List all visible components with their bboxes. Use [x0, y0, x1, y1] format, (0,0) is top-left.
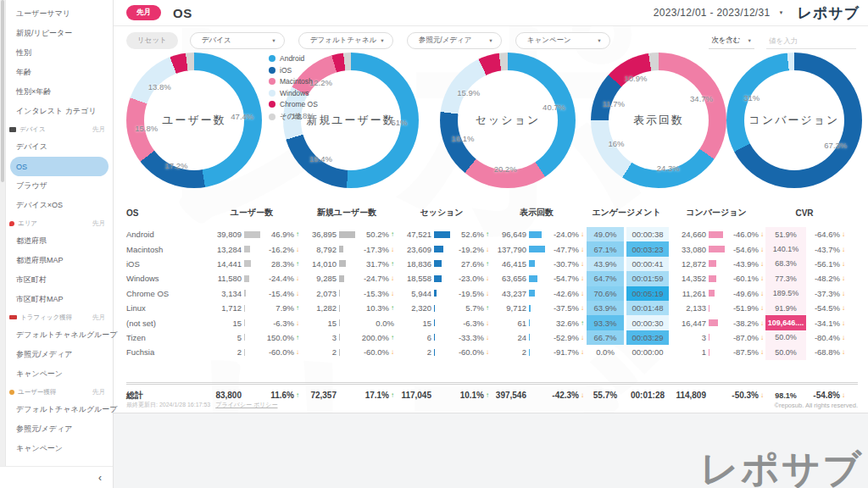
sidebar-item-市区町村[interactable]: 市区町村 — [6, 270, 113, 290]
metric-bar — [431, 286, 450, 301]
metric-change: -60.0%↓ — [260, 345, 299, 359]
sidebar-item-都道府県[interactable]: 都道府県 — [6, 231, 113, 251]
metric-value: 3 — [299, 330, 337, 345]
sidebar-item-インタレスト カテゴリ[interactable]: インタレスト カテゴリ — [6, 102, 113, 121]
bar — [529, 290, 535, 297]
column-header: セッション — [394, 207, 489, 219]
metric-bar — [337, 330, 355, 345]
sidebar-item-デフォルトチャネルグループ[interactable]: デフォルトチャネルグループ — [6, 400, 113, 419]
metric-value: 46,415 — [489, 257, 526, 271]
metric-bar — [242, 301, 260, 315]
top-header: 先月 OS 2023/12/01 - 2023/12/31 ▼ レポサブ — [113, 0, 868, 26]
donut-segment-label: 24.3% — [657, 163, 680, 172]
metric-bar — [431, 271, 450, 286]
donut-segment-label: 10.9% — [625, 73, 648, 82]
metric-value: 1,282 — [299, 301, 337, 315]
bar — [339, 231, 355, 238]
cvr-value-cell: 51.9% — [765, 227, 806, 241]
sidebar-item-デフォルトチャネルグループ[interactable]: デフォルトチャネルグループ — [6, 325, 113, 345]
bar — [434, 260, 442, 267]
conversion-bar — [706, 241, 725, 256]
cvr-value-cell: 50.0% — [765, 345, 806, 359]
arrow-down-icon: ↓ — [581, 334, 584, 341]
filter-dropdown[interactable]: 参照元/メディア▼ — [407, 32, 502, 49]
cvr-value-cell: 109,646.... — [765, 315, 806, 330]
sidebar-item-OS[interactable]: OS — [10, 157, 108, 176]
metric-bar — [242, 286, 260, 301]
total-label: 総計 — [126, 390, 204, 402]
sidebar-item-デバイス[interactable]: デバイス — [6, 137, 113, 157]
sidebar-collapse-button[interactable]: ‹ — [0, 466, 113, 488]
metric-change: -24.7%↓ — [355, 271, 394, 286]
metric-bar — [337, 315, 355, 330]
conversion-value: 14,352 — [669, 271, 706, 286]
sidebar-item-参照元/メディア[interactable]: 参照元/メディア — [6, 419, 113, 439]
sidebar-item-デバイス×OS[interactable]: デバイス×OS — [6, 196, 113, 215]
date-range-selector[interactable]: 2023/12/01 - 2023/12/31 — [654, 7, 771, 19]
conversion-bar — [706, 257, 725, 271]
sidebar-item-参照元/メディア[interactable]: 参照元/メディア — [6, 345, 113, 364]
donut-segment-label: 19.4% — [309, 153, 332, 163]
metric-value: 5,944 — [394, 286, 431, 301]
filter-dropdown[interactable]: キャンペーン▼ — [515, 32, 610, 49]
table-row: (not set)15-6.3%↓150.0%15-6.3%↓6132.6%↑9… — [126, 315, 858, 330]
donut-segment-label: 67.3% — [824, 141, 847, 150]
sidebar-scrollbar-thumb[interactable] — [1, 0, 4, 182]
sidebar-item-キャンペーン[interactable]: キャンペーン — [6, 439, 113, 458]
bar — [529, 305, 531, 312]
metric-change: -17.3%↓ — [355, 241, 394, 256]
filter-dropdown[interactable]: デフォルトチャネル▼ — [298, 32, 393, 49]
last-updated-text: 最終更新日: 2024/1/28 16:17:53 — [126, 401, 210, 409]
legend-label: Chrome OS — [280, 100, 318, 108]
donut-segment-label: 11.7% — [603, 98, 625, 108]
reset-button[interactable]: リセット — [126, 32, 178, 49]
metric-change: -30.7%↓ — [545, 257, 584, 271]
sidebar-item-キャンペーン[interactable]: キャンペーン — [6, 364, 113, 384]
legend-dot — [269, 78, 275, 85]
sidebar-item-性別×年齢[interactable]: 性別×年齢 — [6, 82, 113, 102]
total-cvr-change: -54.8%↓ — [806, 391, 845, 400]
metric-bar — [431, 301, 450, 315]
sidebar-item-都道府県MAP[interactable]: 都道府県MAP — [6, 251, 113, 270]
os-name: Macintosh — [126, 241, 204, 256]
engagement-time-cell: 00:01:59 — [626, 271, 669, 286]
privacy-policy-link[interactable]: プライバシー ポリシー — [215, 401, 277, 409]
legend-item: iOS — [269, 66, 318, 75]
cvr-change: -37.3%↓ — [806, 286, 845, 301]
arrow-down-icon: ↓ — [760, 230, 764, 238]
sidebar-item-ユーザーサマリ[interactable]: ユーザーサマリ — [6, 4, 113, 24]
donut-segment-label: 20.2% — [494, 164, 517, 173]
bottom-band: レポサブ — [113, 413, 868, 488]
metric-change: -19.5%↓ — [450, 286, 489, 301]
metric-change: -42.6%↓ — [545, 286, 584, 301]
os-name: Fuchsia — [126, 345, 204, 359]
metric-bar — [526, 330, 545, 345]
arrow-down-icon: ↓ — [581, 391, 584, 399]
sidebar-item-新規/リピーター[interactable]: 新規/リピーター — [6, 24, 113, 43]
sidebar-item-label: デバイス — [16, 141, 47, 152]
metric-value: 18,836 — [394, 257, 431, 271]
engagement-time-cell: 00:01:48 — [626, 301, 669, 315]
arrow-down-icon: ↓ — [581, 348, 584, 356]
filter-dropdowns: デバイス▼デフォルトチャネル▼参照元/メディア▼キャンペーン▼ — [190, 32, 610, 49]
table-row: Android39,80946.9%↑36,89550.2%↑47,52152.… — [126, 227, 858, 241]
metric-bar — [242, 257, 260, 271]
total-conversion: 114,809 — [669, 391, 706, 400]
sidebar-item-性別[interactable]: 性別 — [6, 43, 113, 63]
metric-value: 24 — [489, 330, 526, 345]
period-badge: 先月 — [126, 5, 161, 20]
dropdown-label: デフォルトチャネル — [310, 36, 381, 46]
sidebar: ユーザーサマリ新規/リピーター性別年齢性別×年齢インタレスト カテゴリデバイス先… — [0, 0, 114, 488]
donut-chart-users: ユーザー数 47.4%17.2%15.8%13.8% — [126, 53, 262, 188]
metric-bar — [431, 257, 450, 271]
sidebar-scrollbar[interactable] — [0, 0, 6, 488]
cvr-change: -56.1%↓ — [806, 257, 845, 271]
os-name: Android — [126, 227, 204, 241]
sidebar-item-市区町村MAP[interactable]: 市区町村MAP — [6, 290, 113, 309]
metric-value: 11,580 — [204, 271, 242, 286]
filter-dropdown[interactable]: デバイス▼ — [190, 32, 285, 49]
sidebar-item-ブラウザ[interactable]: ブラウザ — [6, 176, 113, 196]
sidebar-item-年齢[interactable]: 年齢 — [6, 63, 113, 82]
filter-value-input[interactable] — [766, 33, 856, 49]
condition-select[interactable]: 次を含む ▼ — [709, 33, 754, 49]
